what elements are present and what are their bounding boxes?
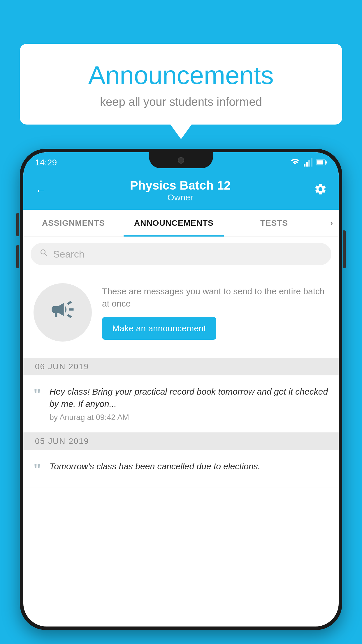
speech-bubble: Announcements keep all your students inf… xyxy=(20,44,342,125)
camera-dot xyxy=(178,157,184,164)
make-announcement-button[interactable]: Make an announcement xyxy=(102,317,216,340)
tab-more[interactable]: › xyxy=(324,210,339,237)
message-item-1[interactable]: " Hey class! Bring your practical record… xyxy=(23,375,339,433)
date-label-1: 06 JUN 2019 xyxy=(35,362,89,371)
prompt-right: These are messages you want to send to t… xyxy=(102,285,328,340)
svg-rect-2 xyxy=(308,160,310,167)
phone-screen: 14:29 xyxy=(23,152,339,626)
back-button[interactable]: ← xyxy=(35,184,47,197)
search-bar[interactable]: Search xyxy=(31,243,331,265)
svg-rect-5 xyxy=(317,160,323,164)
phone-notch xyxy=(149,152,213,168)
bubble-title: Announcements xyxy=(31,61,331,90)
volume-down-button xyxy=(16,245,19,268)
phone-frame: 14:29 xyxy=(20,149,342,630)
search-bar-container: Search xyxy=(23,237,339,271)
prompt-description: These are messages you want to send to t… xyxy=(102,285,328,310)
svg-rect-0 xyxy=(304,164,305,167)
app-header: ← Physics Batch 12 Owner xyxy=(23,173,339,210)
megaphone-circle xyxy=(34,283,92,342)
tab-assignments[interactable]: ASSIGNMENTS xyxy=(23,210,124,237)
quote-icon-1: " xyxy=(34,387,41,402)
header-title: Physics Batch 12 xyxy=(47,178,314,192)
date-separator-1: 06 JUN 2019 xyxy=(23,358,339,375)
message-text-1: Hey class! Bring your practical record b… xyxy=(50,386,328,410)
header-subtitle: Owner xyxy=(47,192,314,202)
message-content-1: Hey class! Bring your practical record b… xyxy=(50,386,328,422)
svg-rect-6 xyxy=(326,161,327,164)
search-icon xyxy=(39,248,49,260)
message-item-2[interactable]: " Tomorrow's class has been cancelled du… xyxy=(23,450,339,487)
message-author-1: by Anurag at 09:42 AM xyxy=(50,413,328,422)
volume-up-button xyxy=(16,213,19,236)
announcement-prompt: These are messages you want to send to t… xyxy=(23,272,339,353)
settings-icon[interactable] xyxy=(314,183,327,198)
tab-tests[interactable]: TESTS xyxy=(224,210,324,237)
battery-icon xyxy=(316,159,327,166)
tab-announcements[interactable]: ANNOUNCEMENTS xyxy=(124,210,224,237)
phone-wrapper: 14:29 xyxy=(20,149,342,644)
megaphone-icon xyxy=(50,296,76,329)
tabs-row: ASSIGNMENTS ANNOUNCEMENTS TESTS › xyxy=(23,210,339,237)
signal-icon xyxy=(304,158,312,167)
message-content-2: Tomorrow's class has been cancelled due … xyxy=(50,460,328,475)
status-time: 14:29 xyxy=(35,158,57,167)
quote-icon-2: " xyxy=(34,462,41,477)
date-label-2: 05 JUN 2019 xyxy=(35,437,89,446)
status-icons xyxy=(290,158,327,167)
message-text-2: Tomorrow's class has been cancelled due … xyxy=(50,460,328,473)
search-placeholder: Search xyxy=(53,249,85,260)
svg-rect-3 xyxy=(311,158,312,167)
power-button xyxy=(343,230,346,268)
wifi-icon xyxy=(290,158,300,167)
bubble-subtitle: keep all your students informed xyxy=(31,95,331,108)
header-center: Physics Batch 12 Owner xyxy=(47,178,314,202)
date-separator-2: 05 JUN 2019 xyxy=(23,433,339,450)
speech-bubble-section: Announcements keep all your students inf… xyxy=(20,44,342,125)
svg-rect-1 xyxy=(306,162,308,167)
